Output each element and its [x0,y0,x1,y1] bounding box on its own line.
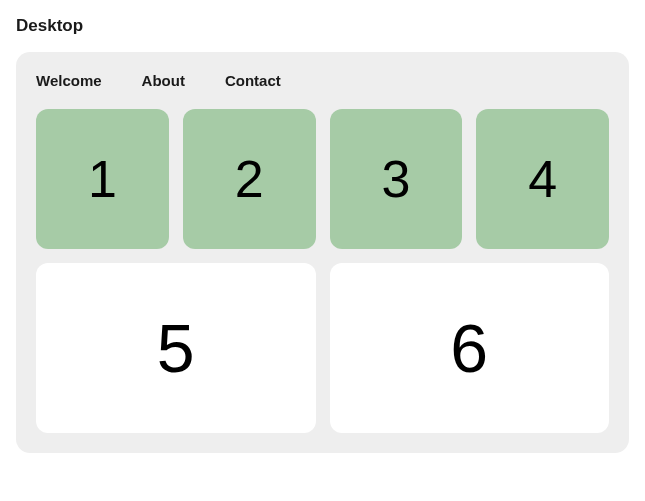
tile-1[interactable]: 1 [36,109,169,249]
nav-tab-welcome[interactable]: Welcome [36,72,102,89]
tile-label: 1 [88,149,117,209]
tile-label: 6 [450,309,488,387]
desktop-panel: Welcome About Contact 1 2 3 4 5 6 [16,52,629,453]
tile-5[interactable]: 5 [36,263,316,433]
tile-4[interactable]: 4 [476,109,609,249]
tile-label: 2 [235,149,264,209]
tile-3[interactable]: 3 [330,109,463,249]
tile-label: 4 [528,149,557,209]
tile-grid: 1 2 3 4 5 6 [36,109,609,433]
tile-label: 3 [381,149,410,209]
tile-2[interactable]: 2 [183,109,316,249]
section-heading: Desktop [16,16,629,36]
tile-6[interactable]: 6 [330,263,610,433]
nav-tab-about[interactable]: About [142,72,185,89]
nav-tab-contact[interactable]: Contact [225,72,281,89]
nav-tabs: Welcome About Contact [36,72,609,89]
tile-label: 5 [157,309,195,387]
